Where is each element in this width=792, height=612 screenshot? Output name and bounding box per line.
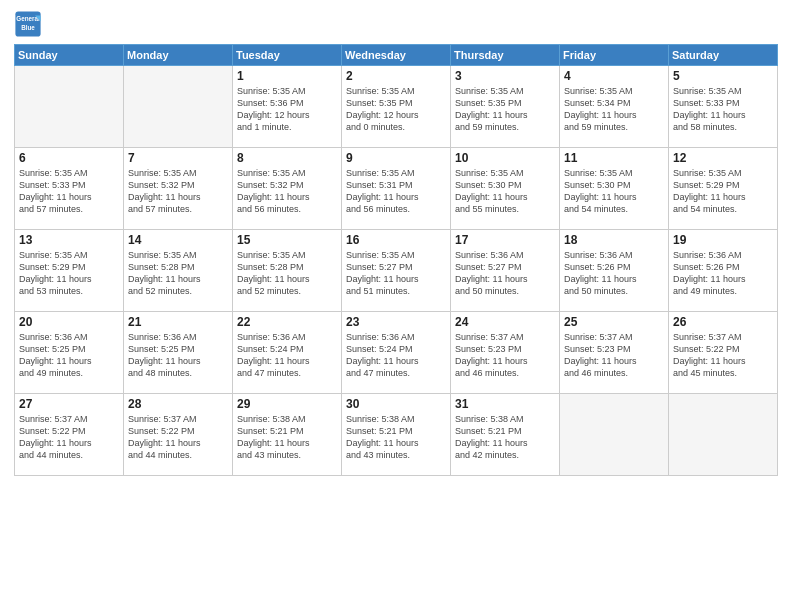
- day-number: 16: [346, 233, 446, 247]
- calendar-cell: 21Sunrise: 5:36 AMSunset: 5:25 PMDayligh…: [124, 312, 233, 394]
- calendar-cell: [15, 66, 124, 148]
- day-info: Sunrise: 5:35 AMSunset: 5:33 PMDaylight:…: [673, 85, 773, 134]
- day-number: 26: [673, 315, 773, 329]
- calendar-cell: [560, 394, 669, 476]
- day-info: Sunrise: 5:38 AMSunset: 5:21 PMDaylight:…: [346, 413, 446, 462]
- day-number: 23: [346, 315, 446, 329]
- calendar-cell: 5Sunrise: 5:35 AMSunset: 5:33 PMDaylight…: [669, 66, 778, 148]
- calendar-cell: 15Sunrise: 5:35 AMSunset: 5:28 PMDayligh…: [233, 230, 342, 312]
- day-info: Sunrise: 5:35 AMSunset: 5:27 PMDaylight:…: [346, 249, 446, 298]
- calendar-cell: 18Sunrise: 5:36 AMSunset: 5:26 PMDayligh…: [560, 230, 669, 312]
- day-info: Sunrise: 5:36 AMSunset: 5:25 PMDaylight:…: [19, 331, 119, 380]
- day-number: 24: [455, 315, 555, 329]
- day-number: 2: [346, 69, 446, 83]
- calendar-cell: [124, 66, 233, 148]
- day-number: 17: [455, 233, 555, 247]
- day-number: 13: [19, 233, 119, 247]
- logo: General Blue: [14, 10, 46, 38]
- day-number: 31: [455, 397, 555, 411]
- day-number: 4: [564, 69, 664, 83]
- calendar-cell: 8Sunrise: 5:35 AMSunset: 5:32 PMDaylight…: [233, 148, 342, 230]
- day-info: Sunrise: 5:36 AMSunset: 5:26 PMDaylight:…: [564, 249, 664, 298]
- day-number: 14: [128, 233, 228, 247]
- day-info: Sunrise: 5:37 AMSunset: 5:22 PMDaylight:…: [19, 413, 119, 462]
- calendar-cell: 2Sunrise: 5:35 AMSunset: 5:35 PMDaylight…: [342, 66, 451, 148]
- calendar-cell: 24Sunrise: 5:37 AMSunset: 5:23 PMDayligh…: [451, 312, 560, 394]
- day-number: 6: [19, 151, 119, 165]
- calendar-cell: 7Sunrise: 5:35 AMSunset: 5:32 PMDaylight…: [124, 148, 233, 230]
- day-info: Sunrise: 5:37 AMSunset: 5:23 PMDaylight:…: [564, 331, 664, 380]
- day-info: Sunrise: 5:35 AMSunset: 5:32 PMDaylight:…: [237, 167, 337, 216]
- day-info: Sunrise: 5:37 AMSunset: 5:22 PMDaylight:…: [128, 413, 228, 462]
- calendar-cell: 17Sunrise: 5:36 AMSunset: 5:27 PMDayligh…: [451, 230, 560, 312]
- logo-icon: General Blue: [14, 10, 42, 38]
- day-number: 29: [237, 397, 337, 411]
- week-row-4: 20Sunrise: 5:36 AMSunset: 5:25 PMDayligh…: [15, 312, 778, 394]
- calendar-cell: 11Sunrise: 5:35 AMSunset: 5:30 PMDayligh…: [560, 148, 669, 230]
- page: General Blue SundayMondayTuesdayWednesda…: [0, 0, 792, 612]
- weekday-header-tuesday: Tuesday: [233, 45, 342, 66]
- calendar-cell: 29Sunrise: 5:38 AMSunset: 5:21 PMDayligh…: [233, 394, 342, 476]
- day-number: 1: [237, 69, 337, 83]
- day-info: Sunrise: 5:36 AMSunset: 5:26 PMDaylight:…: [673, 249, 773, 298]
- day-number: 12: [673, 151, 773, 165]
- day-info: Sunrise: 5:38 AMSunset: 5:21 PMDaylight:…: [237, 413, 337, 462]
- calendar-cell: 3Sunrise: 5:35 AMSunset: 5:35 PMDaylight…: [451, 66, 560, 148]
- calendar-cell: 14Sunrise: 5:35 AMSunset: 5:28 PMDayligh…: [124, 230, 233, 312]
- day-info: Sunrise: 5:35 AMSunset: 5:34 PMDaylight:…: [564, 85, 664, 134]
- calendar-cell: 10Sunrise: 5:35 AMSunset: 5:30 PMDayligh…: [451, 148, 560, 230]
- day-info: Sunrise: 5:37 AMSunset: 5:23 PMDaylight:…: [455, 331, 555, 380]
- calendar-cell: 25Sunrise: 5:37 AMSunset: 5:23 PMDayligh…: [560, 312, 669, 394]
- day-info: Sunrise: 5:35 AMSunset: 5:28 PMDaylight:…: [237, 249, 337, 298]
- day-info: Sunrise: 5:35 AMSunset: 5:33 PMDaylight:…: [19, 167, 119, 216]
- day-number: 18: [564, 233, 664, 247]
- day-number: 5: [673, 69, 773, 83]
- day-info: Sunrise: 5:35 AMSunset: 5:36 PMDaylight:…: [237, 85, 337, 134]
- day-info: Sunrise: 5:36 AMSunset: 5:25 PMDaylight:…: [128, 331, 228, 380]
- svg-text:Blue: Blue: [21, 24, 35, 31]
- day-info: Sunrise: 5:35 AMSunset: 5:32 PMDaylight:…: [128, 167, 228, 216]
- day-info: Sunrise: 5:37 AMSunset: 5:22 PMDaylight:…: [673, 331, 773, 380]
- day-info: Sunrise: 5:38 AMSunset: 5:21 PMDaylight:…: [455, 413, 555, 462]
- day-info: Sunrise: 5:36 AMSunset: 5:24 PMDaylight:…: [237, 331, 337, 380]
- weekday-header-wednesday: Wednesday: [342, 45, 451, 66]
- weekday-header-sunday: Sunday: [15, 45, 124, 66]
- calendar-cell: 23Sunrise: 5:36 AMSunset: 5:24 PMDayligh…: [342, 312, 451, 394]
- calendar-cell: 9Sunrise: 5:35 AMSunset: 5:31 PMDaylight…: [342, 148, 451, 230]
- calendar-cell: 20Sunrise: 5:36 AMSunset: 5:25 PMDayligh…: [15, 312, 124, 394]
- day-number: 15: [237, 233, 337, 247]
- day-number: 19: [673, 233, 773, 247]
- day-number: 20: [19, 315, 119, 329]
- calendar-cell: 13Sunrise: 5:35 AMSunset: 5:29 PMDayligh…: [15, 230, 124, 312]
- weekday-header-thursday: Thursday: [451, 45, 560, 66]
- calendar-cell: 6Sunrise: 5:35 AMSunset: 5:33 PMDaylight…: [15, 148, 124, 230]
- day-info: Sunrise: 5:35 AMSunset: 5:31 PMDaylight:…: [346, 167, 446, 216]
- day-number: 11: [564, 151, 664, 165]
- calendar-cell: 27Sunrise: 5:37 AMSunset: 5:22 PMDayligh…: [15, 394, 124, 476]
- day-info: Sunrise: 5:35 AMSunset: 5:29 PMDaylight:…: [19, 249, 119, 298]
- day-number: 25: [564, 315, 664, 329]
- calendar-cell: 19Sunrise: 5:36 AMSunset: 5:26 PMDayligh…: [669, 230, 778, 312]
- day-info: Sunrise: 5:35 AMSunset: 5:28 PMDaylight:…: [128, 249, 228, 298]
- day-number: 8: [237, 151, 337, 165]
- day-info: Sunrise: 5:35 AMSunset: 5:30 PMDaylight:…: [564, 167, 664, 216]
- calendar-cell: 22Sunrise: 5:36 AMSunset: 5:24 PMDayligh…: [233, 312, 342, 394]
- day-info: Sunrise: 5:35 AMSunset: 5:30 PMDaylight:…: [455, 167, 555, 216]
- week-row-2: 6Sunrise: 5:35 AMSunset: 5:33 PMDaylight…: [15, 148, 778, 230]
- calendar-cell: 1Sunrise: 5:35 AMSunset: 5:36 PMDaylight…: [233, 66, 342, 148]
- calendar-cell: 28Sunrise: 5:37 AMSunset: 5:22 PMDayligh…: [124, 394, 233, 476]
- calendar-cell: 31Sunrise: 5:38 AMSunset: 5:21 PMDayligh…: [451, 394, 560, 476]
- weekday-header-friday: Friday: [560, 45, 669, 66]
- day-number: 10: [455, 151, 555, 165]
- weekday-header-saturday: Saturday: [669, 45, 778, 66]
- day-number: 7: [128, 151, 228, 165]
- week-row-5: 27Sunrise: 5:37 AMSunset: 5:22 PMDayligh…: [15, 394, 778, 476]
- day-number: 9: [346, 151, 446, 165]
- day-info: Sunrise: 5:36 AMSunset: 5:24 PMDaylight:…: [346, 331, 446, 380]
- day-number: 3: [455, 69, 555, 83]
- week-row-1: 1Sunrise: 5:35 AMSunset: 5:36 PMDaylight…: [15, 66, 778, 148]
- day-number: 28: [128, 397, 228, 411]
- day-info: Sunrise: 5:36 AMSunset: 5:27 PMDaylight:…: [455, 249, 555, 298]
- day-info: Sunrise: 5:35 AMSunset: 5:35 PMDaylight:…: [455, 85, 555, 134]
- calendar-cell: 4Sunrise: 5:35 AMSunset: 5:34 PMDaylight…: [560, 66, 669, 148]
